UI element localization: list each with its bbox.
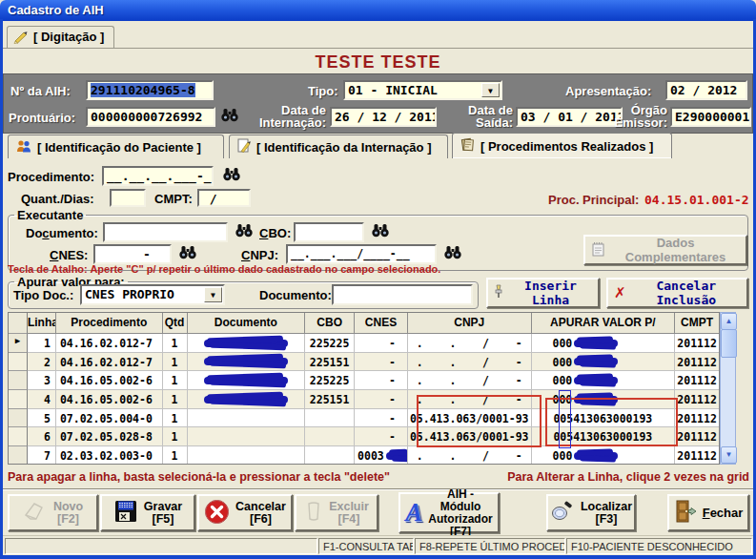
novo-button[interactable]: Novo[F2] — [8, 494, 98, 531]
grid-cell: . . / - — [408, 334, 532, 353]
tipo-doc-select[interactable]: CNES PROPRIO ▼ — [80, 284, 225, 305]
grid-cell: 1 — [163, 446, 188, 465]
annotation-blue-box — [559, 390, 571, 448]
tab-identificacao-paciente[interactable]: [ Identificação do Paciente ] — [8, 135, 224, 158]
magnifier-icon — [550, 500, 575, 526]
apurar-documento-input[interactable] — [332, 284, 473, 305]
cbo-input[interactable] — [294, 222, 364, 242]
gravar-button[interactable]: Gravar[F5] — [100, 494, 195, 531]
grid-cell: 201112 — [675, 390, 719, 409]
grid-cell: 4 — [28, 390, 56, 409]
tipo-dropdown-arrow-icon[interactable]: ▼ — [481, 83, 500, 97]
floppy-disk-icon — [113, 499, 138, 527]
apresentacao-input[interactable]: 02 / 2012 — [665, 80, 747, 100]
grid-row[interactable]: 204.16.02.012-71225151-. . / -000201112 — [9, 353, 719, 372]
grid-header-cell: CBO — [305, 313, 355, 334]
grid-row[interactable]: ▶104.16.02.012-71225225-. . / -000201112 — [9, 334, 719, 353]
window-titlebar[interactable]: Cadastro de AIH — [0, 0, 756, 21]
tipo-value: 01 - INICIAL — [348, 83, 438, 97]
redaction-scribble — [386, 452, 408, 460]
grid-cell: 000 — [532, 353, 676, 372]
tipo-label: Tipo: — [308, 84, 338, 98]
notepad-icon — [591, 241, 605, 259]
grid-scrollbar[interactable]: ▲ ▼ — [720, 312, 736, 465]
binoculars-icon — [222, 166, 241, 181]
tab-procedimentos-realizados[interactable]: [ Procedimentos Realizados ] — [452, 133, 672, 158]
quant-dias-input[interactable] — [110, 189, 146, 207]
scrollbar-thumb[interactable] — [721, 329, 737, 358]
grid-cell: 07.02.05.004-0 — [56, 409, 163, 428]
aih-modulo-autorizador-button[interactable]: A AIH - MóduloAutorizador[F7] — [398, 492, 500, 533]
book-icon — [460, 137, 475, 155]
grid-cell: 04.16.05.002-6 — [56, 390, 163, 409]
grid-cell: . . / - — [408, 446, 532, 465]
grid-row[interactable]: 702.03.02.003-010003. . / -000201112 — [9, 446, 719, 465]
grid-cell — [305, 409, 355, 428]
cmpt-label: CMPT: — [154, 192, 193, 206]
tab-digitacao[interactable]: [ Digitação ] — [7, 26, 114, 48]
data-internacao-label: Data deInternação: — [238, 104, 326, 129]
cmpt-input[interactable]: _/____ — [197, 189, 251, 207]
grid-cell: 07.02.05.028-8 — [56, 427, 163, 446]
grid-cell: 201112 — [675, 427, 719, 446]
excluir-button[interactable]: Excluir[F4] — [295, 494, 378, 531]
data-internacao-input[interactable]: 26 / 12 / 2011 — [330, 107, 437, 127]
inserir-linha-button[interactable]: Inserir Linha — [486, 278, 600, 308]
hint-delete-row: Para apagar a linha, basta selecioná-la … — [8, 470, 390, 484]
localizar-button[interactable]: Localizar[F3] — [546, 494, 636, 531]
cbo-label: CBO: — [259, 226, 291, 240]
aih-number-input[interactable]: 291110204965-8 — [86, 80, 214, 100]
scroll-down-icon[interactable]: ▼ — [721, 446, 737, 464]
cnpj-search-button[interactable] — [442, 244, 463, 261]
cancelar-inclusao-button[interactable]: ✗ Cancelar Inclusão — [606, 278, 748, 308]
grid-cell: - — [355, 390, 408, 409]
data-saida-label: Data deSaída: — [442, 104, 513, 129]
grid-row-gutter[interactable] — [9, 409, 28, 428]
fechar-button[interactable]: Fechar — [667, 494, 749, 531]
grid-cell: . . / - — [408, 371, 532, 390]
cnes-search-button[interactable] — [177, 244, 198, 261]
grid-cell: 000 — [532, 446, 676, 465]
quant-dias-label: Quant./Dias: — [21, 192, 94, 206]
executante-documento-input[interactable] — [103, 222, 228, 242]
cmpt-mask: _/____ — [202, 192, 247, 206]
grid-row-gutter[interactable] — [9, 427, 28, 446]
procedimento-input[interactable]: __.__.__.___-_ — [102, 166, 214, 186]
grid-cell: 225151 — [305, 353, 355, 372]
tab-identificacao-internacao[interactable]: [ Identificação da Internação ] — [229, 135, 448, 158]
orgao-emissor-input[interactable]: E290000001 — [670, 107, 751, 127]
cnpj-input[interactable]: __.___.___/____-__ — [286, 244, 437, 264]
grid-row-gutter[interactable] — [9, 371, 28, 390]
grid-cell: - — [355, 334, 408, 353]
grid-header-cell: CNES — [355, 313, 408, 334]
procedimento-search-button[interactable] — [221, 166, 242, 183]
window-title: Cadastro de AIH — [8, 3, 104, 17]
grid-cell: - — [355, 409, 408, 428]
tipo-select[interactable]: 01 - INICIAL ▼ — [343, 80, 502, 100]
cnes-input[interactable]: - — [93, 244, 172, 264]
scroll-up-icon[interactable]: ▲ — [721, 313, 737, 330]
grid-row-gutter[interactable] — [9, 390, 28, 409]
procedimento-label: Procedimento: — [8, 170, 94, 184]
exit-door-icon — [674, 499, 697, 527]
grid-row-selector-arrow-icon[interactable]: ▶ — [9, 334, 28, 353]
red-x-icon: ✗ — [614, 284, 626, 301]
dados-complementares-button[interactable]: Dados Complementares — [583, 235, 747, 265]
redaction-scribble — [204, 340, 288, 347]
grid-row-gutter[interactable] — [9, 446, 28, 465]
cbo-search-button[interactable] — [370, 222, 391, 239]
tab-procedimentos-realizados-label: [ Procedimentos Realizados ] — [480, 139, 653, 154]
executante-documento-search-button[interactable] — [234, 222, 255, 239]
dados-complementares-label: Dados Complementares — [611, 236, 740, 264]
prontuario-input[interactable]: 000000000726992 — [86, 107, 215, 127]
fechar-label: Fechar — [703, 506, 744, 520]
grid-cell — [188, 371, 306, 390]
grid-row-gutter[interactable] — [9, 353, 28, 372]
people-icon — [16, 139, 31, 155]
data-saida-input[interactable]: 03 / 01 / 2012 — [516, 107, 623, 127]
tipo-doc-dropdown-arrow-icon[interactable]: ▼ — [204, 287, 222, 302]
grid-row[interactable]: 304.16.05.002-61225225-. . / -000201112 — [9, 371, 719, 390]
prontuario-search-button[interactable] — [219, 107, 240, 124]
grid-cell — [188, 427, 306, 446]
cancelar-button[interactable]: Cancelar[F6] — [197, 494, 293, 531]
